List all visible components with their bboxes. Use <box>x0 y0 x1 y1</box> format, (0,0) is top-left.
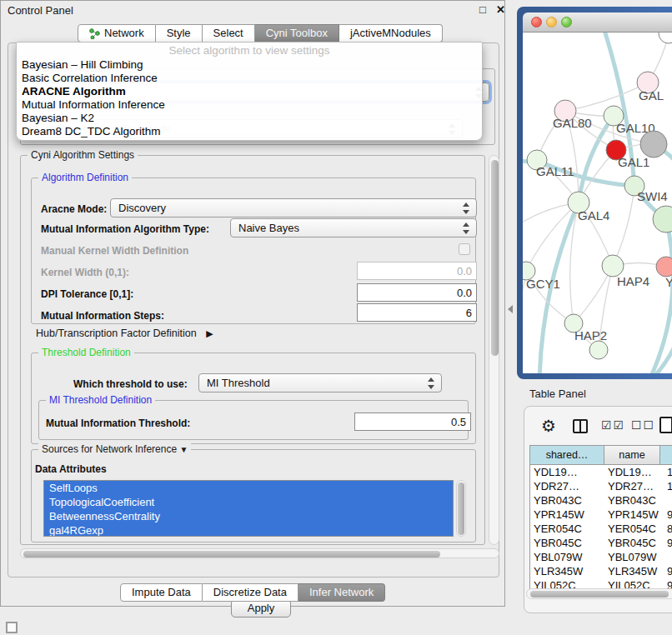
mi-threshold-field[interactable]: 0.5 <box>354 412 471 431</box>
tab-select-label: Select <box>213 25 243 42</box>
column-header[interactable]: A <box>660 446 672 465</box>
tab-discretize-data[interactable]: Discretize Data <box>203 583 298 602</box>
kernel-width-field[interactable]: 0.0 <box>357 262 477 280</box>
minimize-window-button[interactable] <box>546 17 557 28</box>
algorithm-option[interactable]: Bayesian – Hill Climbing <box>17 58 482 72</box>
splitpane-collapse-arrow[interactable] <box>508 305 513 313</box>
mi-steps-field[interactable]: 6 <box>357 303 477 322</box>
gear-icon[interactable]: ⚙ <box>541 416 556 436</box>
mi-type-combobox[interactable]: Naive Bayes <box>230 218 477 238</box>
table-cell: 9. <box>660 564 672 578</box>
tab-cyni-toolbox[interactable]: Cyni Toolbox <box>255 24 339 42</box>
dpi-tolerance-label: DPI Tolerance [0,1]: <box>41 288 133 300</box>
table-cell: 8. <box>660 522 672 536</box>
tab-style[interactable]: Style <box>156 24 203 42</box>
algorithm-option[interactable]: Basic Correlation Inference <box>17 72 482 85</box>
table-hscrollbar[interactable] <box>526 588 672 599</box>
table-row[interactable]: YBR045CYBR045C9. <box>530 536 672 550</box>
select-all-checkboxes-icon[interactable]: ☑☑ <box>601 418 625 432</box>
network-edge[interactable] <box>613 186 634 266</box>
attribute-list-vscrollbar[interactable] <box>456 480 466 537</box>
table-row[interactable]: YBL079WYBL079W <box>530 550 672 564</box>
table-row[interactable]: YDL19…YDL19…13 <box>530 465 672 479</box>
close-panel-icon[interactable]: ✕ <box>496 3 505 16</box>
deselect-checkboxes-icon[interactable]: ☐☐ <box>631 418 655 432</box>
network-edge[interactable] <box>565 82 648 111</box>
settings-vscrollbar[interactable] <box>489 155 499 545</box>
which-threshold-combobox[interactable]: MI Threshold <box>198 373 442 392</box>
manual-kernel-label: Manual Kernel Width Definition <box>41 245 188 257</box>
table-body: YDL19…YDL19…13YDR27…YDR27…12YBR043CYBR04… <box>530 465 672 592</box>
mi-threshold-label: Mutual Information Threshold: <box>46 418 190 429</box>
mi-type-label: Mutual Information Algorithm Type: <box>41 223 209 235</box>
table-cell: YDL19… <box>530 465 604 479</box>
algorithm-option[interactable]: ARACNE Algorithm <box>17 85 482 98</box>
network-node[interactable] <box>640 131 667 158</box>
mi-type-value: Naive Bayes <box>238 222 299 234</box>
tab-network-label: Network <box>104 25 144 42</box>
node-label: GAL80 <box>553 116 592 130</box>
tab-infer-network[interactable]: Infer Network <box>298 583 385 602</box>
column-header[interactable]: shared… <box>530 446 604 465</box>
tab-impute-data[interactable]: Impute Data <box>120 583 203 602</box>
collapsed-arrow-icon: ▶ <box>206 328 213 338</box>
sources-group-title: Sources for Network Inference ▼ <box>38 443 191 455</box>
expanded-arrow-icon[interactable]: ▼ <box>179 445 188 454</box>
data-attributes-label: Data Attributes <box>35 463 107 475</box>
network-canvas[interactable]: GALGAL80GAL10GAL1GAL11SWI4GAL4GCY1HAP4YH… <box>523 32 672 373</box>
split-columns-icon[interactable] <box>573 419 588 433</box>
network-window-titlebar[interactable] <box>523 12 672 32</box>
algorithm-definition-group: Algorithm Definition Aracne Mode: Discov… <box>31 178 476 324</box>
algorithm-option[interactable]: Dream8 DC_TDC Algorithm <box>17 125 482 138</box>
zoom-window-button[interactable] <box>561 17 572 28</box>
network-node[interactable] <box>589 341 608 359</box>
table-row[interactable]: YDR27…YDR27…12 <box>530 479 672 493</box>
settings-hscrollbar[interactable] <box>20 548 499 558</box>
tab-select[interactable]: Select <box>203 24 255 42</box>
network-icon <box>89 28 100 39</box>
data-attribute-item[interactable]: BetweennessCentrality <box>44 509 453 523</box>
algorithm-popup: Select algorithm to view settings Bayesi… <box>16 42 483 141</box>
algorithm-option[interactable]: Bayesian – K2 <box>17 112 482 125</box>
hub-definition-expander[interactable]: Hub/Transcription Factor Definition ▶ <box>36 328 213 339</box>
mi-steps-label: Mutual Information Steps: <box>41 310 164 322</box>
manual-kernel-checkbox[interactable] <box>459 243 470 255</box>
panel-title: Control Panel <box>8 4 73 17</box>
data-attribute-item[interactable]: SelfLoops <box>44 481 453 495</box>
table-row[interactable]: YER054CYER054C8. <box>530 522 672 536</box>
network-node-y[interactable] <box>656 257 672 277</box>
tab-cyni-toolbox-label: Cyni Toolbox <box>266 25 328 42</box>
mi-threshold-definition-group: MI Threshold Definition Mutual Informati… <box>38 400 469 440</box>
tab-network[interactable]: Network <box>78 24 156 42</box>
column-header[interactable]: name <box>604 446 660 465</box>
which-threshold-label: Which threshold to use: <box>73 378 188 390</box>
minimized-panel-icon[interactable] <box>6 622 18 633</box>
table-cell: YER054C <box>604 522 660 536</box>
table-cell: YDR27… <box>604 479 660 493</box>
table-cell: YPR145W <box>604 508 660 522</box>
data-attribute-item[interactable]: gal4RGexp <box>44 523 453 537</box>
table-cell: YLR345W <box>604 564 660 578</box>
tab-impute-data-label: Impute Data <box>132 584 191 601</box>
table-cell: YBL079W <box>530 550 604 564</box>
table-row[interactable]: YPR145WYPR145W9. <box>530 508 672 522</box>
network-edge[interactable] <box>648 219 672 373</box>
algorithm-option[interactable]: Mutual Information Inference <box>17 98 482 112</box>
close-window-button[interactable] <box>531 17 542 28</box>
data-attributes-list[interactable]: SelfLoopsTopologicalCoefficientBetweenne… <box>43 480 454 537</box>
network-node[interactable] <box>659 32 672 43</box>
table-row[interactable]: YBR043CYBR043C <box>530 493 672 508</box>
table-cell: YBL079W <box>604 550 660 564</box>
tab-infer-network-label: Infer Network <box>309 584 374 601</box>
apply-button[interactable]: Apply <box>231 599 291 618</box>
settings-group-title: Cyni Algorithm Settings <box>28 149 138 161</box>
tab-jactivemnodules[interactable]: jActiveMNodules <box>339 24 443 42</box>
data-attribute-item[interactable]: TopologicalCoefficient <box>44 495 453 509</box>
table-document-icon[interactable] <box>659 417 672 433</box>
aracne-mode-combobox[interactable]: Discovery <box>110 198 477 218</box>
table-row[interactable]: YLR345WYLR345W9. <box>530 564 672 578</box>
which-threshold-value: MI Threshold <box>207 377 270 389</box>
dpi-tolerance-field[interactable]: 0.0 <box>357 283 477 302</box>
hub-definition-label: Hub/Transcription Factor Definition <box>36 328 197 339</box>
float-window-icon[interactable]: □ <box>479 3 486 16</box>
